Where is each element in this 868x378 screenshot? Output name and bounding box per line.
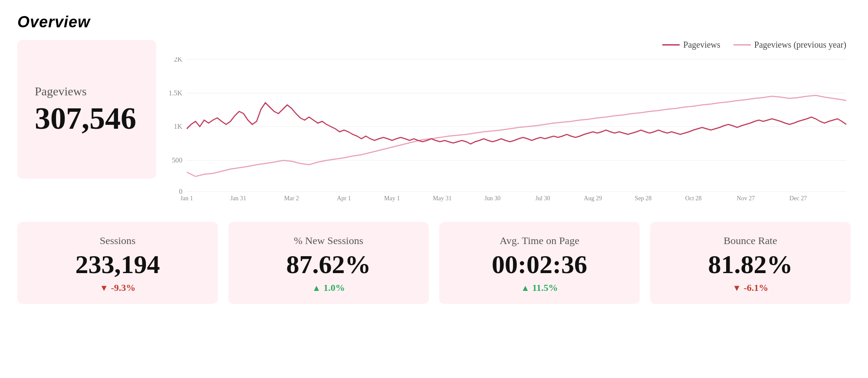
stats-grid: Sessions233,194▼-9.3%% New Sessions87.62… <box>17 222 851 304</box>
svg-text:2K: 2K <box>174 57 183 63</box>
arrow-up-icon: ▲ <box>312 283 321 293</box>
arrow-down-icon: ▼ <box>733 283 741 293</box>
stat-value-3: 81.82% <box>708 250 793 279</box>
legend-previous: Pageviews (previous year) <box>733 40 846 50</box>
stat-value-2: 00:02:36 <box>492 250 587 279</box>
chart-svg: 2K 1.5K 1K 500 0 Jan 1 Jan 31 Mar 2 <box>169 57 851 205</box>
svg-text:Jun 30: Jun 30 <box>484 195 500 202</box>
stat-change-1: ▲1.0% <box>312 282 345 293</box>
legend-previous-label: Pageviews (previous year) <box>754 40 846 50</box>
svg-text:Dec 27: Dec 27 <box>789 195 807 202</box>
svg-text:Aug 29: Aug 29 <box>584 195 602 202</box>
chart-svg-area: 2K 1.5K 1K 500 0 Jan 1 Jan 31 Mar 2 <box>169 57 851 205</box>
svg-text:0: 0 <box>179 188 182 195</box>
stat-change-3: ▼-6.1% <box>733 282 769 293</box>
stat-card-2: Avg. Time on Page00:02:36▲11.5% <box>439 222 640 304</box>
stat-change-2: ▲11.5% <box>521 282 558 293</box>
legend-current-label: Pageviews <box>683 40 720 50</box>
legend-current-line <box>662 44 680 46</box>
stat-change-text-2: 11.5% <box>532 282 558 293</box>
svg-text:1.5K: 1.5K <box>169 89 183 97</box>
stat-card-1: % New Sessions87.62%▲1.0% <box>228 222 429 304</box>
stat-value-0: 233,194 <box>76 250 160 279</box>
svg-text:May 31: May 31 <box>433 195 451 202</box>
svg-text:Nov 27: Nov 27 <box>737 195 755 202</box>
stat-card-3: Bounce Rate81.82%▼-6.1% <box>650 222 851 304</box>
arrow-down-icon: ▼ <box>100 283 108 293</box>
stat-value-1: 87.62% <box>286 250 371 279</box>
legend-current: Pageviews <box>662 40 720 50</box>
legend-previous-line <box>733 44 751 46</box>
arrow-up-icon: ▲ <box>521 283 529 293</box>
svg-text:1K: 1K <box>174 123 183 130</box>
svg-text:May 1: May 1 <box>384 195 400 202</box>
stat-change-text-3: -6.1% <box>743 282 768 293</box>
svg-text:Oct 28: Oct 28 <box>685 195 702 202</box>
stat-label-1: % New Sessions <box>294 235 363 247</box>
page-title: Overview <box>17 13 851 31</box>
pageviews-label: Pageviews <box>35 85 139 98</box>
svg-text:500: 500 <box>172 156 182 164</box>
chart-legend: Pageviews Pageviews (previous year) <box>662 40 846 50</box>
stat-change-0: ▼-9.3% <box>100 282 136 293</box>
svg-text:Jan 31: Jan 31 <box>230 195 246 202</box>
pageviews-value: 307,546 <box>35 103 139 134</box>
stat-label-0: Sessions <box>100 235 136 247</box>
stat-change-text-0: -9.3% <box>111 282 135 293</box>
svg-text:Apr 1: Apr 1 <box>337 195 351 202</box>
stat-card-0: Sessions233,194▼-9.3% <box>17 222 218 304</box>
svg-text:Mar 2: Mar 2 <box>284 195 299 202</box>
svg-text:Jan 1: Jan 1 <box>181 195 193 202</box>
stat-label-3: Bounce Rate <box>723 235 777 247</box>
stat-label-2: Avg. Time on Page <box>500 235 579 247</box>
svg-text:Sep 28: Sep 28 <box>635 195 652 202</box>
stat-change-text-1: 1.0% <box>323 282 345 293</box>
pageviews-chart: Pageviews Pageviews (previous year) 2K 1… <box>169 40 851 205</box>
svg-text:Jul 30: Jul 30 <box>535 195 550 202</box>
pageviews-card: Pageviews 307,546 <box>17 40 156 179</box>
